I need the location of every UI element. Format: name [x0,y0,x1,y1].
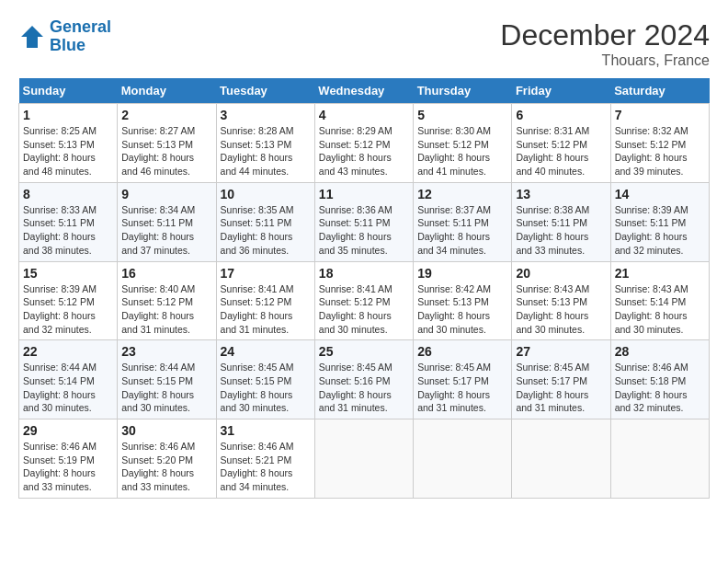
day-num: 1 [23,108,113,122]
cell-info: Sunrise: 8:29 AMSunset: 5:12 PMDaylight:… [319,125,392,177]
logo-text: General Blue [50,18,111,55]
calendar-cell-6: 6Sunrise: 8:31 AMSunset: 5:12 PMDaylight… [512,104,610,183]
day-num: 13 [516,187,606,201]
cell-info: Sunrise: 8:32 AMSunset: 5:12 PMDaylight:… [615,125,688,177]
cell-info: Sunrise: 8:46 AMSunset: 5:21 PMDaylight:… [221,441,294,492]
calendar-cell-3: 3Sunrise: 8:28 AMSunset: 5:13 PMDaylight… [216,104,314,183]
cell-info: Sunrise: 8:45 AMSunset: 5:17 PMDaylight:… [417,362,491,413]
day-num: 19 [417,266,507,281]
calendar-cell-31: 31Sunrise: 8:46 AMSunset: 5:21 PMDayligh… [216,419,314,499]
calendar-cell-8: 8Sunrise: 8:33 AMSunset: 5:11 PMDaylight… [19,182,118,261]
day-num: 24 [221,344,311,359]
cell-info: Sunrise: 8:25 AMSunset: 5:13 PMDaylight:… [23,125,97,177]
day-num: 3 [221,108,311,122]
day-num: 5 [417,108,507,122]
cell-info: Sunrise: 8:37 AMSunset: 5:11 PMDaylight:… [417,204,491,256]
day-num: 23 [121,344,211,359]
day-num: 9 [121,187,211,201]
calendar-cell-1: 1Sunrise: 8:25 AMSunset: 5:13 PMDaylight… [19,104,118,183]
calendar-cell-15: 15Sunrise: 8:39 AMSunset: 5:12 PMDayligh… [19,261,118,340]
calendar-week-3: 15Sunrise: 8:39 AMSunset: 5:12 PMDayligh… [19,261,710,340]
calendar-table: SundayMondayTuesdayWednesdayThursdayFrid… [18,78,710,499]
cell-info: Sunrise: 8:42 AMSunset: 5:13 PMDaylight:… [417,283,491,335]
calendar-cell-2: 2Sunrise: 8:27 AMSunset: 5:13 PMDaylight… [118,104,216,183]
calendar-cell-22: 22Sunrise: 8:44 AMSunset: 5:14 PMDayligh… [19,340,118,419]
calendar-week-5: 29Sunrise: 8:46 AMSunset: 5:19 PMDayligh… [19,419,710,499]
day-num: 2 [121,108,211,122]
day-header-saturday: Saturday [610,78,709,104]
cell-info: Sunrise: 8:43 AMSunset: 5:13 PMDaylight:… [516,283,589,335]
cell-info: Sunrise: 8:46 AMSunset: 5:18 PMDaylight:… [615,362,688,413]
calendar-cell-25: 25Sunrise: 8:45 AMSunset: 5:16 PMDayligh… [314,340,413,419]
cell-info: Sunrise: 8:34 AMSunset: 5:11 PMDaylight:… [121,204,195,256]
cell-info: Sunrise: 8:44 AMSunset: 5:15 PMDaylight:… [121,362,195,413]
day-header-friday: Friday [512,78,610,104]
cell-info: Sunrise: 8:44 AMSunset: 5:14 PMDaylight:… [23,362,97,413]
calendar-cell-29: 29Sunrise: 8:46 AMSunset: 5:19 PMDayligh… [19,419,118,499]
calendar-header-row: SundayMondayTuesdayWednesdayThursdayFrid… [19,78,710,104]
page-header: General Blue December 2024 Thouars, Fran… [18,18,710,69]
calendar-cell-18: 18Sunrise: 8:41 AMSunset: 5:12 PMDayligh… [314,261,413,340]
cell-info: Sunrise: 8:36 AMSunset: 5:11 PMDaylight:… [319,204,392,256]
cell-info: Sunrise: 8:38 AMSunset: 5:11 PMDaylight:… [516,204,589,256]
day-num: 26 [417,344,507,359]
calendar-cell-24: 24Sunrise: 8:45 AMSunset: 5:15 PMDayligh… [216,340,314,419]
calendar-cell-4: 4Sunrise: 8:29 AMSunset: 5:12 PMDaylight… [314,104,413,183]
calendar-cell-10: 10Sunrise: 8:35 AMSunset: 5:11 PMDayligh… [216,182,314,261]
cell-info: Sunrise: 8:30 AMSunset: 5:12 PMDaylight:… [417,125,491,177]
calendar-cell-empty [610,419,709,499]
calendar-week-2: 8Sunrise: 8:33 AMSunset: 5:11 PMDaylight… [19,182,710,261]
calendar-cell-empty [314,419,413,499]
day-num: 29 [23,423,113,438]
day-num: 18 [319,266,409,281]
title-block: December 2024 Thouars, France [500,18,710,69]
calendar-cell-17: 17Sunrise: 8:41 AMSunset: 5:12 PMDayligh… [216,261,314,340]
day-num: 31 [221,423,311,438]
cell-info: Sunrise: 8:45 AMSunset: 5:15 PMDaylight:… [221,362,294,413]
day-num: 4 [319,108,409,122]
calendar-cell-23: 23Sunrise: 8:44 AMSunset: 5:15 PMDayligh… [118,340,216,419]
calendar-cell-20: 20Sunrise: 8:43 AMSunset: 5:13 PMDayligh… [512,261,610,340]
svg-marker-0 [21,26,43,48]
cell-info: Sunrise: 8:28 AMSunset: 5:13 PMDaylight:… [221,125,294,177]
calendar-cell-19: 19Sunrise: 8:42 AMSunset: 5:13 PMDayligh… [414,261,512,340]
month-title: December 2024 [500,18,710,52]
calendar-cell-12: 12Sunrise: 8:37 AMSunset: 5:11 PMDayligh… [414,182,512,261]
cell-info: Sunrise: 8:35 AMSunset: 5:11 PMDaylight:… [221,204,294,256]
cell-info: Sunrise: 8:33 AMSunset: 5:11 PMDaylight:… [23,204,97,256]
calendar-cell-9: 9Sunrise: 8:34 AMSunset: 5:11 PMDaylight… [118,182,216,261]
calendar-cell-empty [512,419,610,499]
day-header-thursday: Thursday [414,78,512,104]
cell-info: Sunrise: 8:45 AMSunset: 5:16 PMDaylight:… [319,362,392,413]
calendar-cell-11: 11Sunrise: 8:36 AMSunset: 5:11 PMDayligh… [314,182,413,261]
cell-info: Sunrise: 8:41 AMSunset: 5:12 PMDaylight:… [319,283,392,335]
cell-info: Sunrise: 8:27 AMSunset: 5:13 PMDaylight:… [121,125,195,177]
day-num: 17 [221,266,311,281]
calendar-cell-16: 16Sunrise: 8:40 AMSunset: 5:12 PMDayligh… [118,261,216,340]
calendar-cell-26: 26Sunrise: 8:45 AMSunset: 5:17 PMDayligh… [414,340,512,419]
day-num: 12 [417,187,507,201]
logo: General Blue [18,18,111,55]
calendar-cell-5: 5Sunrise: 8:30 AMSunset: 5:12 PMDaylight… [414,104,512,183]
day-num: 11 [319,187,409,201]
cell-info: Sunrise: 8:31 AMSunset: 5:12 PMDaylight:… [516,125,589,177]
logo-icon [18,23,46,51]
cell-info: Sunrise: 8:40 AMSunset: 5:12 PMDaylight:… [121,283,195,335]
calendar-cell-21: 21Sunrise: 8:43 AMSunset: 5:14 PMDayligh… [610,261,709,340]
day-num: 14 [615,187,705,201]
location: Thouars, France [500,52,710,69]
calendar-cell-13: 13Sunrise: 8:38 AMSunset: 5:11 PMDayligh… [512,182,610,261]
day-header-tuesday: Tuesday [216,78,314,104]
calendar-cell-30: 30Sunrise: 8:46 AMSunset: 5:20 PMDayligh… [118,419,216,499]
day-num: 20 [516,266,606,281]
calendar-cell-27: 27Sunrise: 8:45 AMSunset: 5:17 PMDayligh… [512,340,610,419]
day-num: 10 [221,187,311,201]
day-header-sunday: Sunday [19,78,118,104]
cell-info: Sunrise: 8:43 AMSunset: 5:14 PMDaylight:… [615,283,688,335]
day-header-monday: Monday [118,78,216,104]
cell-info: Sunrise: 8:45 AMSunset: 5:17 PMDaylight:… [516,362,589,413]
day-num: 16 [121,266,211,281]
calendar-cell-28: 28Sunrise: 8:46 AMSunset: 5:18 PMDayligh… [610,340,709,419]
cell-info: Sunrise: 8:46 AMSunset: 5:19 PMDaylight:… [23,441,97,492]
cell-info: Sunrise: 8:39 AMSunset: 5:11 PMDaylight:… [615,204,688,256]
